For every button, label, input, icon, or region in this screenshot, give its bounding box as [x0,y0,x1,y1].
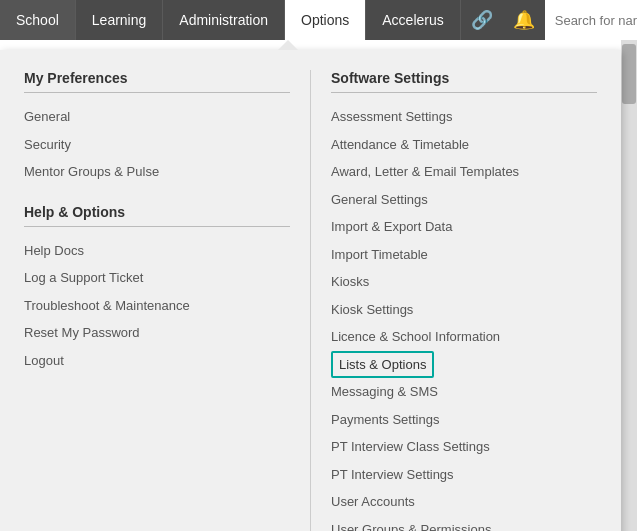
menu-import-timetable[interactable]: Import Timetable [331,241,597,269]
menu-mentor-groups[interactable]: Mentor Groups & Pulse [24,158,290,186]
menu-user-groups[interactable]: User Groups & Permissions [331,516,597,532]
menu-security[interactable]: Security [24,131,290,159]
menu-attendance-timetable[interactable]: Attendance & Timetable [331,131,597,159]
search-input[interactable] [555,13,637,28]
right-column: Software Settings Assessment Settings At… [310,70,597,531]
menu-import-export[interactable]: Import & Export Data [331,213,597,241]
left-column: My Preferences General Security Mentor G… [24,70,310,531]
nav-options[interactable]: Options [285,0,366,40]
top-navigation: School Learning Administration Options A… [0,0,637,40]
menu-licence-school[interactable]: Licence & School Information [331,323,597,351]
nav-learning[interactable]: Learning [76,0,164,40]
menu-lists-options[interactable]: Lists & Options [331,351,434,379]
menu-logout[interactable]: Logout [24,347,290,375]
menu-award-templates[interactable]: Award, Letter & Email Templates [331,158,597,186]
menu-pt-interview-class[interactable]: PT Interview Class Settings [331,433,597,461]
menu-general-settings[interactable]: General Settings [331,186,597,214]
menu-user-accounts[interactable]: User Accounts [331,488,597,516]
menu-assessment-settings[interactable]: Assessment Settings [331,103,597,131]
nav-school[interactable]: School [0,0,76,40]
scrollbar-thumb[interactable] [622,44,636,104]
nav-administration[interactable]: Administration [163,0,285,40]
menu-help-docs[interactable]: Help Docs [24,237,290,265]
help-options-title: Help & Options [24,204,290,227]
menu-general[interactable]: General [24,103,290,131]
menu-log-support[interactable]: Log a Support Ticket [24,264,290,292]
nav-icons-group: 🔗 🔔 [461,0,637,40]
nav-accelerus[interactable]: Accelerus [366,0,460,40]
menu-kiosk-settings[interactable]: Kiosk Settings [331,296,597,324]
menu-troubleshoot[interactable]: Troubleshoot & Maintenance [24,292,290,320]
bell-icon[interactable]: 🔔 [503,0,545,40]
options-dropdown: My Preferences General Security Mentor G… [0,50,621,531]
software-settings-title: Software Settings [331,70,597,93]
menu-kiosks[interactable]: Kiosks [331,268,597,296]
my-preferences-title: My Preferences [24,70,290,93]
scrollbar[interactable] [621,40,637,531]
menu-payments-settings[interactable]: Payments Settings [331,406,597,434]
menu-pt-interview[interactable]: PT Interview Settings [331,461,597,489]
menu-messaging-sms[interactable]: Messaging & SMS [331,378,597,406]
menu-reset-password[interactable]: Reset My Password [24,319,290,347]
search-box[interactable] [545,0,637,40]
dropdown-caret [278,40,298,50]
link-icon[interactable]: 🔗 [461,0,503,40]
